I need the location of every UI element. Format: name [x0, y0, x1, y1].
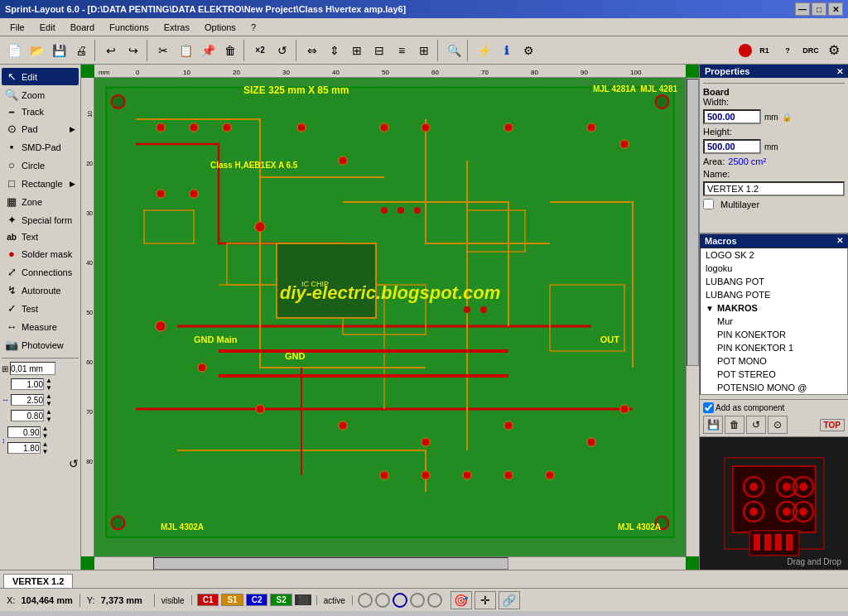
- minimize-button[interactable]: —: [795, 2, 810, 16]
- tool-measure[interactable]: ↔ Measure: [2, 318, 79, 335]
- snap-3[interactable]: [393, 593, 407, 608]
- link-btn[interactable]: 🔗: [499, 591, 520, 609]
- tool-smd-pad[interactable]: ▪ SMD-Pad: [2, 138, 79, 156]
- tool-zoom[interactable]: 🔍 Zoom: [2, 86, 79, 103]
- toolbar-undo[interactable]: ↩: [100, 40, 122, 61]
- toolbar-route[interactable]: ⚡: [473, 40, 494, 61]
- multilayer-checkbox[interactable]: [703, 199, 714, 209]
- pcb-canvas[interactable]: IC CHIP SIZE 325 mm X 85 mm MJL 4281A MJ…: [94, 78, 686, 556]
- tab-vertex[interactable]: VERTEX 1.2: [3, 574, 73, 588]
- canvas-scroll-vertical[interactable]: [686, 78, 699, 556]
- drill-input[interactable]: [11, 410, 44, 421]
- tool-connections[interactable]: ⤢ Connections: [2, 263, 79, 281]
- toolbar-paste[interactable]: 📌: [197, 40, 219, 61]
- tool-rectangle[interactable]: □ Rectangle ▶: [2, 175, 79, 192]
- snap-5[interactable]: [427, 593, 442, 608]
- tool-special[interactable]: ✦ Special form: [2, 211, 79, 229]
- toolbar-redo[interactable]: ↪: [123, 40, 144, 61]
- toolbar-cut[interactable]: ✂: [152, 40, 174, 61]
- toolbar-settings[interactable]: ⚙: [518, 40, 539, 61]
- macro-potensio-stereo[interactable]: POTENSIO STEREO @: [701, 394, 847, 395]
- toolbar-mirror-h[interactable]: ⇔: [301, 40, 323, 61]
- toolbar-info[interactable]: ℹ: [495, 40, 517, 61]
- macro-pot-mono[interactable]: POT MONO: [701, 354, 847, 368]
- tool-autoroute[interactable]: ↯ Autoroute: [2, 282, 79, 299]
- toolbar-delete[interactable]: 🗑: [219, 40, 241, 61]
- macro-pin-konektor[interactable]: PIN KONEKTOR: [701, 328, 847, 341]
- tool-photoview[interactable]: 📷 Photoview: [2, 336, 79, 354]
- macro-pot-stereo[interactable]: POT STEREO: [701, 368, 847, 381]
- tool-track[interactable]: ━ Track: [2, 104, 79, 119]
- toolbar-save[interactable]: 💾: [48, 40, 70, 61]
- toolbar-extra[interactable]: ⚙: [823, 40, 845, 61]
- menu-edit[interactable]: Edit: [33, 21, 62, 34]
- tool-pad[interactable]: ⊙ Pad ▶: [2, 120, 79, 137]
- menu-board[interactable]: Board: [64, 21, 101, 34]
- macro-refresh-btn[interactable]: ↺: [746, 416, 766, 434]
- macro-potensio-mono[interactable]: POTENSIO MONO @: [701, 381, 847, 394]
- toolbar-copy[interactable]: 📋: [175, 40, 196, 61]
- snap-1[interactable]: [358, 593, 373, 608]
- macro-logo-sk2[interactable]: LOGO SK 2: [701, 248, 847, 262]
- macro-save-btn[interactable]: 💾: [703, 416, 723, 434]
- scroll-thumb-h[interactable]: [153, 557, 508, 570]
- snap-2[interactable]: [375, 593, 390, 608]
- toolbar-group[interactable]: ⊞: [346, 40, 368, 61]
- toolbar-align[interactable]: ≡: [391, 40, 412, 61]
- grid-input[interactable]: [10, 362, 55, 375]
- macro-logoku[interactable]: logoku: [701, 262, 847, 275]
- menu-extras[interactable]: Extras: [157, 21, 196, 34]
- macros-close[interactable]: ✕: [836, 236, 843, 246]
- locate-btn[interactable]: 🎯: [450, 591, 472, 609]
- macro-circle-btn[interactable]: ⊙: [768, 416, 788, 434]
- toolbar-drc[interactable]: DRC: [800, 40, 822, 61]
- toolbar-r2[interactable]: ?: [777, 40, 798, 61]
- layer-s2-btn[interactable]: S2: [270, 594, 292, 606]
- height-input[interactable]: [11, 394, 44, 406]
- crosshair-btn[interactable]: ✛: [475, 591, 496, 609]
- macro-makros[interactable]: ▼ MAKROS: [701, 301, 847, 315]
- toolbar-open[interactable]: 📂: [26, 40, 47, 61]
- maximize-button[interactable]: □: [812, 2, 826, 16]
- tool-test[interactable]: ✓ Test: [2, 300, 79, 317]
- macro-mur[interactable]: Mur: [701, 315, 847, 328]
- menu-help[interactable]: ?: [244, 21, 263, 34]
- board-width-input[interactable]: [703, 109, 761, 124]
- tool-circle[interactable]: ○ Circle: [2, 156, 79, 174]
- tool-solder[interactable]: ● Solder mask: [2, 245, 79, 262]
- toolbar-ungroup[interactable]: ⊟: [369, 40, 390, 61]
- layer-s1-btn[interactable]: S1: [221, 594, 243, 606]
- toolbar-zoom-fit[interactable]: 🔍: [443, 40, 465, 61]
- width-input[interactable]: [11, 378, 44, 390]
- macro-lubang-pot[interactable]: LUBANG POT: [701, 275, 847, 288]
- snap-4[interactable]: [410, 593, 425, 608]
- canvas-scroll-horizontal[interactable]: [94, 556, 686, 570]
- properties-close[interactable]: ✕: [836, 67, 843, 76]
- tool-zone[interactable]: ▦ Zone: [2, 193, 79, 210]
- board-height-input[interactable]: [703, 139, 761, 154]
- macros-list[interactable]: LOGO SK 2 logoku LUBANG POT LUBANG POTE …: [700, 248, 848, 395]
- track-width-input[interactable]: [7, 426, 41, 438]
- rotate-icon[interactable]: ↺: [69, 457, 79, 470]
- toolbar-distribute[interactable]: ⊞: [413, 40, 435, 61]
- macro-pin-konektor-1[interactable]: PIN KONEKTOR 1: [701, 341, 847, 354]
- toolbar-new[interactable]: 📄: [3, 40, 25, 61]
- track-height-input[interactable]: [7, 442, 41, 454]
- board-name-input[interactable]: [703, 181, 845, 196]
- macro-delete-btn[interactable]: 🗑: [725, 416, 744, 434]
- menu-file[interactable]: File: [3, 21, 31, 34]
- add-as-component-checkbox[interactable]: [703, 402, 714, 413]
- menu-functions[interactable]: Functions: [103, 21, 156, 34]
- close-button[interactable]: ✕: [828, 2, 843, 16]
- macro-lubang-pote[interactable]: LUBANG POTE: [701, 288, 847, 301]
- toolbar-print[interactable]: 🖨: [70, 40, 92, 61]
- toolbar-mirror-v[interactable]: ⇕: [324, 40, 345, 61]
- scroll-thumb-v[interactable]: [687, 79, 699, 366]
- layer-c1-btn[interactable]: C1: [197, 594, 219, 606]
- menu-options[interactable]: Options: [198, 21, 243, 34]
- toolbar-r1[interactable]: R1: [754, 40, 775, 61]
- tool-edit[interactable]: ↖ Edit: [2, 68, 79, 85]
- tool-text[interactable]: ab Text: [2, 229, 79, 244]
- layer-c2-btn[interactable]: C2: [246, 594, 268, 606]
- toolbar-rotate[interactable]: ↺: [272, 40, 293, 61]
